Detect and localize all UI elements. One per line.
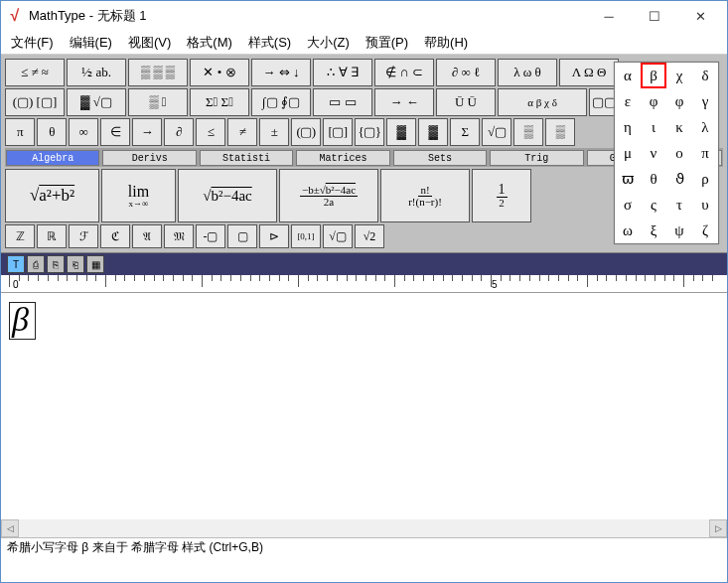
expr-comb[interactable]: n!r!(n−r)! — [380, 169, 470, 222]
bracket-template[interactable]: [▢] — [323, 118, 353, 146]
mini-btn-2[interactable]: ⎙ — [27, 255, 45, 273]
partial-symbol[interactable]: ∂ — [164, 118, 194, 146]
sqrt-template[interactable]: √▢ — [482, 118, 511, 146]
menu-help[interactable]: 帮助(H) — [418, 32, 474, 54]
bb-Z[interactable]: ℤ — [5, 224, 35, 248]
paren-template[interactable]: (▢) — [291, 118, 321, 146]
frak-C[interactable]: ℭ — [100, 224, 130, 248]
greek-β[interactable]: β — [641, 63, 666, 88]
close-button[interactable]: ✕ — [677, 2, 723, 30]
expr-lim[interactable]: limx→∞ — [101, 169, 176, 222]
mini-btn-3[interactable]: ⎘ — [47, 255, 65, 273]
menu-prefs[interactable]: 预置(P) — [360, 32, 414, 54]
scroll-left-icon[interactable]: ◁ — [1, 519, 19, 537]
equation-editor[interactable]: β — [1, 293, 727, 519]
tab-derivs[interactable]: Derivs — [102, 150, 196, 166]
arrow-symbol[interactable]: → — [132, 118, 162, 146]
expr-sqrt-a2b2[interactable]: √a²+b² — [5, 169, 99, 222]
operators-cell[interactable]: ✕ • ⊗ — [190, 59, 249, 86]
greek-ι[interactable]: ι — [641, 114, 666, 140]
greek-σ[interactable]: σ — [615, 192, 641, 218]
frak-M[interactable]: 𝔐 — [164, 224, 194, 248]
scroll-right-icon[interactable]: ▷ — [709, 519, 727, 537]
sum-template[interactable]: Σ — [450, 118, 480, 146]
prod-set-cell[interactable]: Ū Ū — [436, 88, 496, 116]
mini-btn-1[interactable]: T — [7, 255, 25, 273]
greek-υ[interactable]: υ — [692, 192, 718, 218]
greek-φ[interactable]: φ — [666, 88, 692, 114]
greek-τ[interactable]: τ — [666, 192, 692, 218]
element-symbol[interactable]: ∈ — [100, 118, 130, 146]
interval[interactable]: [0,1] — [291, 224, 321, 248]
theta-symbol[interactable]: θ — [37, 118, 67, 146]
tab-algebra[interactable]: Algebra — [6, 150, 99, 166]
logic-cell[interactable]: ∴ ∀ ∃ — [313, 59, 372, 86]
expr-disc[interactable]: √b²−4ac — [178, 169, 277, 222]
greek-ζ[interactable]: ζ — [692, 218, 718, 243]
frak-F[interactable]: ℱ — [69, 224, 98, 248]
greek-ξ[interactable]: ξ — [641, 218, 666, 243]
greek-χ[interactable]: χ — [666, 63, 692, 88]
expr-quadratic[interactable]: −b±√b²−4ac2a — [279, 169, 378, 222]
mini-btn-5[interactable]: ▦ — [86, 255, 104, 273]
box1[interactable]: ▢ — [227, 224, 257, 248]
menu-size[interactable]: 大小(Z) — [301, 32, 356, 54]
greek-κ[interactable]: κ — [666, 114, 692, 140]
minimize-button[interactable]: ─ — [586, 2, 632, 30]
infinity-symbol[interactable]: ∞ — [69, 118, 98, 146]
relations-cell[interactable]: ≤ ≠ ≈ — [5, 59, 65, 86]
slot3[interactable]: ▒ — [513, 118, 543, 146]
spacing-cell[interactable]: ¹⁄₂ ab. — [67, 59, 126, 86]
slot1[interactable]: ▓ — [386, 118, 416, 146]
tab-matrices[interactable]: Matrices — [296, 150, 389, 166]
greek-ε[interactable]: ε — [615, 88, 641, 114]
greek-λ[interactable]: λ — [692, 114, 718, 140]
greek-ϑ[interactable]: ϑ — [666, 166, 692, 192]
greek-ο[interactable]: ο — [666, 140, 692, 166]
label-arrows-cell[interactable]: → ← — [374, 88, 434, 116]
slot2[interactable]: ▓ — [418, 118, 448, 146]
summation-cell[interactable]: Σ⃞ Σ⃞ — [190, 88, 249, 116]
greek-θ[interactable]: θ — [641, 166, 666, 192]
greek-γ[interactable]: γ — [692, 88, 718, 114]
sqrt-box[interactable]: √▢ — [323, 224, 353, 248]
greek-uppercase-cell[interactable]: Λ Ω Θ — [559, 59, 619, 86]
mini-btn-4[interactable]: ⎗ — [67, 255, 84, 273]
brace-template[interactable]: {▢} — [355, 118, 384, 146]
greek-α[interactable]: α — [615, 63, 641, 88]
greek-ψ[interactable]: ψ — [666, 218, 692, 243]
menu-style[interactable]: 样式(S) — [242, 32, 297, 54]
tab-trig[interactable]: Trig — [490, 150, 583, 166]
greek-μ[interactable]: μ — [615, 140, 641, 166]
pm-symbol[interactable]: ± — [259, 118, 289, 146]
menu-format[interactable]: 格式(M) — [181, 32, 238, 54]
greek-δ[interactable]: δ — [692, 63, 718, 88]
tri-right[interactable]: ⊳ — [259, 224, 289, 248]
underover-cell[interactable]: ▭ ▭ — [313, 88, 372, 116]
expr-half[interactable]: 12 — [472, 169, 531, 222]
sub-sup-cell[interactable]: ▒ ⃞ — [128, 88, 188, 116]
greek-ω[interactable]: ω — [615, 218, 641, 243]
greek-ν[interactable]: ν — [641, 140, 666, 166]
frak-A[interactable]: 𝔄 — [132, 224, 162, 248]
neq-symbol[interactable]: ≠ — [227, 118, 257, 146]
maximize-button[interactable]: ☐ — [632, 2, 677, 30]
greek-η[interactable]: η — [615, 114, 641, 140]
greek-lowercase-cell[interactable]: λ ω θ — [498, 59, 557, 86]
bb-R[interactable]: ℝ — [37, 224, 67, 248]
menu-edit[interactable]: 编辑(E) — [64, 32, 118, 54]
set-cell[interactable]: ∉ ∩ ⊂ — [374, 59, 434, 86]
embellish-cell[interactable]: ▒ ▒ ▒ — [128, 59, 188, 86]
slot4[interactable]: ▒ — [545, 118, 575, 146]
tab-sets[interactable]: Sets — [393, 150, 487, 166]
greek-ρ[interactable]: ρ — [692, 166, 718, 192]
pi-symbol[interactable]: π — [5, 118, 35, 146]
le-symbol[interactable]: ≤ — [196, 118, 225, 146]
fences-cell[interactable]: (▢) [▢] — [5, 88, 65, 116]
menu-view[interactable]: 视图(V) — [122, 32, 177, 54]
neg-box[interactable]: -▢ — [196, 224, 225, 248]
greek-π[interactable]: π — [692, 140, 718, 166]
arrows-cell[interactable]: → ⇔ ↓ — [251, 59, 311, 86]
matrix-templates-cell[interactable]: α β χ δ — [498, 88, 587, 116]
greek-ς[interactable]: ς — [641, 192, 666, 218]
